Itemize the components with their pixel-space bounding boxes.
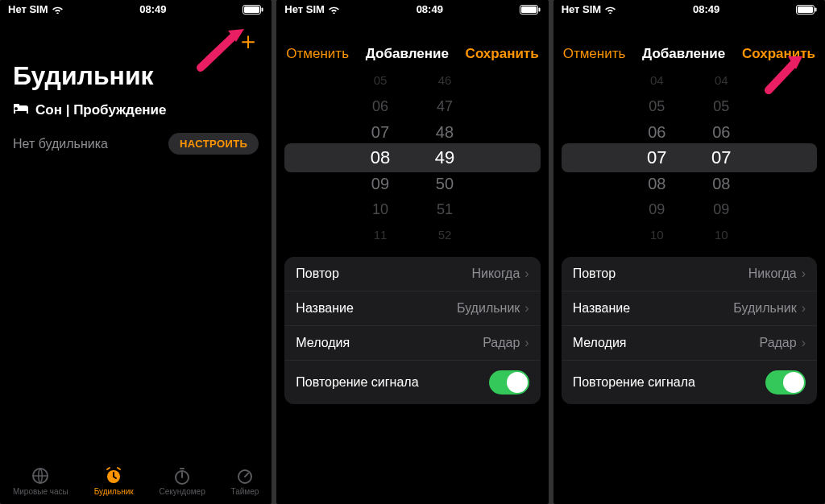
picker-selection-band xyxy=(284,143,540,172)
svg-rect-14 xyxy=(815,7,816,11)
svg-rect-1 xyxy=(244,6,259,13)
sleep-wake-header: Сон | Пробуждение xyxy=(0,99,272,125)
bed-icon xyxy=(13,102,29,118)
snooze-toggle[interactable] xyxy=(765,370,806,395)
tab-alarm[interactable]: Будильник xyxy=(94,466,134,496)
sound-row[interactable]: Мелодия Радар› xyxy=(562,326,817,361)
status-time: 08:49 xyxy=(417,3,443,15)
name-row[interactable]: Название Будильник› xyxy=(284,291,540,326)
sound-row[interactable]: Мелодия Радар› xyxy=(284,326,540,361)
save-button[interactable]: Сохранить xyxy=(466,46,539,62)
alarm-list-screen: Нет SIM 08:49 ＋ Будильник Сон | Пробужде… xyxy=(0,0,272,504)
wifi-icon xyxy=(52,5,64,14)
status-time: 08:49 xyxy=(693,3,719,15)
tab-world-clock[interactable]: Мировые часы xyxy=(13,466,68,496)
minute-wheel[interactable]: 46 47 48 49 50 51 52 xyxy=(421,81,469,234)
cancel-button[interactable]: Отменить xyxy=(286,46,349,62)
chevron-right-icon: › xyxy=(802,301,806,316)
time-picker[interactable]: 04 05 06 07 08 09 10 04 05 06 07 08 09 1… xyxy=(553,81,825,234)
modal-title: Добавление xyxy=(642,46,725,62)
picker-selection-band xyxy=(562,143,817,172)
alarm-settings-list: Повтор Никогда› Название Будильник› Мело… xyxy=(562,257,817,404)
chevron-right-icon: › xyxy=(802,336,806,350)
snooze-row: Повторение сигнала xyxy=(562,361,817,404)
name-row[interactable]: Название Будильник› xyxy=(562,291,817,326)
minute-wheel[interactable]: 04 05 06 07 08 09 10 xyxy=(697,81,745,234)
tab-stopwatch[interactable]: Секундомер xyxy=(160,466,205,496)
snooze-toggle[interactable] xyxy=(489,370,529,395)
status-bar: Нет SIM 08:49 xyxy=(553,0,825,17)
add-alarm-screen-a: Нет SIM 08:49 Отменить Добавление Сохран… xyxy=(276,0,548,504)
chevron-right-icon: › xyxy=(802,266,806,281)
carrier-label: Нет SIM xyxy=(562,3,602,15)
save-button[interactable]: Сохранить xyxy=(742,46,815,62)
cancel-button[interactable]: Отменить xyxy=(563,46,626,62)
modal-nav: Отменить Добавление Сохранить xyxy=(276,35,548,70)
page-title: Будильник xyxy=(0,17,272,99)
modal-title: Добавление xyxy=(366,46,449,62)
no-alarm-row: Нет будильника НАСТРОИТЬ xyxy=(0,125,272,163)
svg-rect-13 xyxy=(798,6,813,13)
hour-wheel[interactable]: 04 05 06 07 08 09 10 xyxy=(632,81,681,234)
status-time: 08:49 xyxy=(139,3,166,15)
tab-bar: Мировые часы Будильник Секундомер Таймер xyxy=(0,461,272,504)
carrier-label: Нет SIM xyxy=(284,3,325,15)
battery-icon xyxy=(796,5,817,14)
add-alarm-button[interactable]: ＋ xyxy=(236,29,260,53)
hour-wheel[interactable]: 05 06 07 08 09 10 11 xyxy=(356,81,404,234)
time-picker[interactable]: 05 06 07 08 09 10 11 46 47 48 49 50 51 5… xyxy=(276,81,548,234)
svg-rect-2 xyxy=(262,7,263,11)
repeat-row[interactable]: Повтор Никогда› xyxy=(284,257,540,291)
battery-icon xyxy=(243,5,263,14)
repeat-row[interactable]: Повтор Никогда› xyxy=(562,257,817,291)
modal-nav: Отменить Добавление Сохранить xyxy=(553,35,825,70)
battery-icon xyxy=(520,5,541,14)
setup-button[interactable]: НАСТРОИТЬ xyxy=(168,133,259,155)
status-bar: Нет SIM 08:49 xyxy=(276,0,548,17)
chevron-right-icon: › xyxy=(524,266,529,281)
chevron-right-icon: › xyxy=(524,301,529,316)
chevron-right-icon: › xyxy=(524,336,529,350)
add-alarm-screen-b: Нет SIM 08:49 Отменить Добавление Сохран… xyxy=(553,0,825,504)
wifi-icon xyxy=(328,5,340,14)
svg-rect-10 xyxy=(521,6,537,13)
svg-rect-11 xyxy=(538,7,540,11)
sleep-wake-label: Сон | Пробуждение xyxy=(35,102,167,118)
snooze-row: Повторение сигнала xyxy=(284,361,540,404)
tab-timer[interactable]: Таймер xyxy=(231,466,259,496)
alarm-settings-list: Повтор Никогда› Название Будильник› Мело… xyxy=(284,257,540,404)
no-alarm-label: Нет будильника xyxy=(13,137,108,151)
carrier-label: Нет SIM xyxy=(8,3,48,15)
status-bar: Нет SIM 08:49 xyxy=(0,0,272,17)
wifi-icon xyxy=(604,5,616,14)
